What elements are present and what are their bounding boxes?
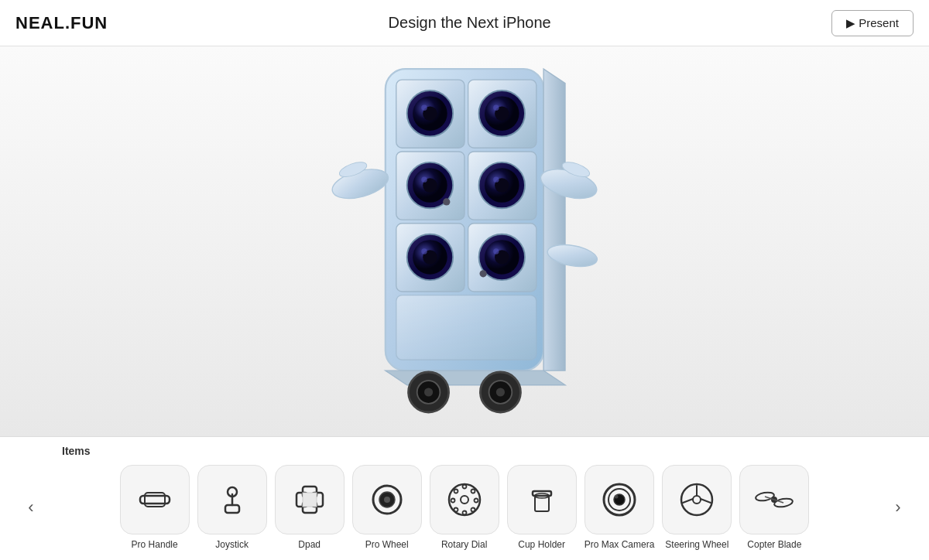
item-icon-box-steering-wheel[interactable] [662,465,732,534]
items-label: Items [15,445,914,457]
item-card-pro-max-camera[interactable]: Pro Max Camera [584,465,655,550]
item-card-rotary-dial[interactable]: Rotary Dial [430,465,499,550]
rotary-dial-icon [444,479,485,521]
item-icon-box-rotary-dial[interactable] [430,465,499,534]
item-label-pro-max-camera: Pro Max Camera [584,539,655,550]
svg-point-63 [462,485,466,489]
svg-point-67 [462,511,466,515]
item-icon-box-joystick[interactable] [197,465,267,534]
item-icon-box-copter-blade[interactable] [739,465,809,534]
pro-max-camera-icon [598,479,640,521]
item-card-pro-handle[interactable]: Pro Handle [120,465,190,550]
carousel-left-arrow[interactable]: ‹ [15,473,46,542]
item-label-steering-wheel: Steering Wheel [665,539,728,550]
pro-wheel-icon [366,479,408,521]
item-icon-box-pro-max-camera[interactable] [584,465,654,534]
svg-point-28 [421,248,427,254]
svg-marker-1 [543,69,565,370]
svg-point-33 [493,248,499,254]
item-card-joystick[interactable]: Joystick [197,465,267,550]
svg-point-69 [451,499,454,503]
item-card-steering-wheel[interactable]: Steering Wheel [662,465,732,550]
main-canvas [0,46,929,436]
header: NEAL.FUN Design the Next iPhone ▶ Presen… [0,0,929,46]
item-card-dpad[interactable]: Dpad [275,465,345,550]
item-card-copter-blade[interactable]: Copter Blade [739,465,809,550]
svg-rect-49 [225,505,239,513]
page-title: Design the Next iPhone [389,14,551,32]
svg-point-18 [443,198,450,205]
svg-rect-56 [303,493,317,507]
item-icon-box-pro-handle[interactable] [120,465,190,534]
carousel-right-arrow[interactable]: › [883,473,914,542]
phone-model [302,46,627,436]
svg-point-65 [474,499,478,503]
svg-point-34 [480,270,487,277]
joystick-icon [211,479,253,521]
item-card-pro-wheel[interactable]: Pro Wheel [352,465,422,550]
svg-point-23 [493,176,499,182]
item-label-pro-handle: Pro Handle [132,539,178,550]
item-icon-box-cup-holder[interactable] [507,465,577,534]
items-list: Pro Handle Joystick [46,465,883,550]
svg-point-12 [493,105,499,111]
svg-line-82 [701,499,711,503]
bottom-panel: Items ‹ Pro Handle [0,436,929,560]
item-label-cup-holder: Cup Holder [518,539,565,550]
items-carousel: ‹ Pro Handle [15,465,914,550]
item-label-copter-blade: Copter Blade [747,539,801,550]
copter-blade-icon [753,479,795,521]
item-icon-box-pro-wheel[interactable] [352,465,422,534]
svg-point-46 [496,388,505,396]
item-label-joystick: Joystick [215,539,249,550]
svg-rect-48 [145,493,165,507]
svg-point-68 [454,508,458,512]
svg-point-62 [461,496,468,504]
svg-point-70 [454,490,458,493]
svg-line-81 [683,499,693,503]
steering-wheel-icon [676,479,718,521]
svg-point-7 [421,105,427,111]
item-label-rotary-dial: Rotary Dial [441,539,487,550]
dpad-icon [289,479,331,521]
svg-point-64 [471,490,475,493]
svg-rect-35 [396,295,536,360]
item-label-dpad: Dpad [298,539,321,550]
pro-handle-icon [134,479,176,521]
logo: NEAL.FUN [15,13,108,33]
svg-point-77 [614,495,618,499]
present-button[interactable]: ▶ Present [831,10,914,36]
item-label-pro-wheel: Pro Wheel [365,539,409,550]
svg-point-43 [424,388,433,396]
item-icon-box-dpad[interactable] [275,465,345,534]
svg-point-60 [384,497,390,503]
svg-point-79 [693,496,701,504]
svg-point-17 [421,176,427,182]
cup-holder-icon [521,479,563,521]
svg-point-66 [471,508,475,512]
item-card-cup-holder[interactable]: Cup Holder [507,465,577,550]
